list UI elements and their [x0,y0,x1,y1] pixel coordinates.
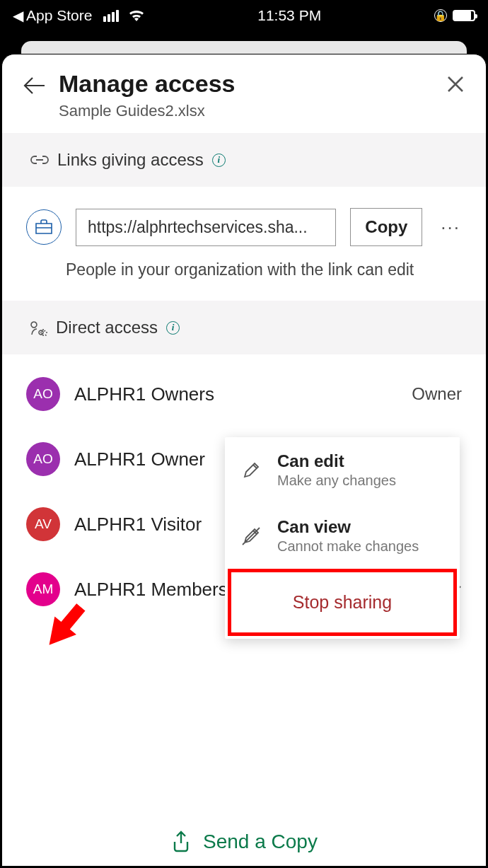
permissions-popup: Can edit Make any changes Can view Canno… [225,437,460,639]
battery-icon [453,10,475,21]
close-button[interactable] [446,73,465,99]
status-time: 11:53 PM [257,7,321,24]
direct-access-section-header: Direct access i [2,301,486,354]
role-label: Owner [412,384,462,404]
links-section-header: Links giving access i [2,133,486,187]
option-subtitle: Cannot make changes [277,538,444,555]
file-name: Sample Guides2.xlsx [59,102,434,120]
info-icon[interactable]: i [166,321,180,335]
copy-button[interactable]: Copy [350,208,422,246]
direct-access-label: Direct access [56,318,158,337]
back-to-app[interactable]: ◀ App Store [13,7,92,24]
wifi-icon [129,10,144,21]
cellular-signal-icon [103,10,119,22]
link-more-button[interactable]: ··· [436,216,465,238]
can-edit-option[interactable]: Can edit Make any changes [225,437,460,503]
back-app-label: App Store [26,7,92,24]
option-title: Can edit [277,451,444,471]
link-section: https://alphrtechservices.sha... Copy ··… [2,187,486,301]
avatar: AO [26,442,60,476]
avatar: AV [26,507,60,541]
stop-sharing-option[interactable]: Stop sharing [228,569,457,636]
link-description: People in your organization with the lin… [66,260,465,279]
avatar: AO [26,377,60,411]
pencil-slash-icon [240,526,262,546]
sheet-header: Manage access Sample Guides2.xlsx [2,54,486,133]
page-title: Manage access [59,70,434,98]
option-title: Can view [277,517,444,537]
back-button[interactable] [23,76,46,100]
org-link-icon [26,209,62,245]
access-row: AO ALPHR1 Owners Owner [2,361,486,427]
orientation-lock-icon: 🔒 [434,9,447,22]
share-icon [170,831,192,853]
back-arrow-icon: ◀ [13,7,23,24]
option-subtitle: Make any changes [277,473,444,489]
links-section-label: Links giving access [57,150,204,170]
send-copy-label: Send a Copy [203,831,318,853]
group-name: ALPHR1 Owners [74,383,397,405]
send-copy-button[interactable]: Send a Copy [2,831,486,853]
pencil-icon [240,461,262,480]
person-settings-icon [30,319,47,336]
avatar: AM [26,572,60,606]
link-icon [30,154,49,166]
share-url-field[interactable]: https://alphrtechservices.sha... [76,209,336,246]
info-icon[interactable]: i [212,154,226,167]
status-bar: ◀ App Store 11:53 PM 🔒 [0,0,488,31]
can-view-option[interactable]: Can view Cannot make changes [225,503,460,569]
